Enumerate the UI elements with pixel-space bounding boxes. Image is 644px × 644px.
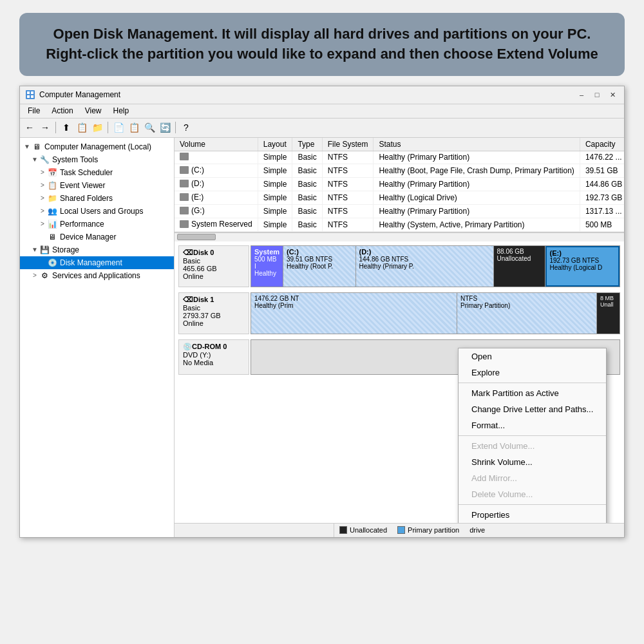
forward-button[interactable]: →: [38, 120, 52, 135]
toolbar-sep-2: [108, 122, 108, 133]
ctx-open[interactable]: Open: [459, 348, 606, 365]
computer-management-window: Computer Management – □ ✕ File Action Vi…: [19, 86, 625, 538]
disk0-unalloc-partition[interactable]: 88.06 GB Unallocated: [494, 246, 545, 287]
disk0-d-partition[interactable]: (D:) 144.86 GB NTFS Healthy (Primary P.: [356, 246, 494, 287]
col-status: Status: [374, 138, 580, 151]
menu-action[interactable]: Action: [46, 105, 78, 117]
root-icon: 🖥: [32, 142, 42, 152]
ctx-extend-volume[interactable]: Extend Volume...: [459, 438, 606, 454]
cdrom0-type: DVD (Y:): [183, 351, 245, 359]
ctx-mark-active[interactable]: Mark Partition as Active: [459, 385, 606, 401]
disk0-type: Basic: [183, 257, 245, 265]
performance-icon: 📊: [47, 219, 57, 229]
disk0-system-size: 500 MB I: [254, 256, 279, 270]
col-layout: Layout: [258, 138, 292, 151]
ctx-explore[interactable]: Explore: [459, 365, 606, 381]
maximize-button[interactable]: □: [591, 88, 603, 101]
menu-file[interactable]: File: [23, 105, 45, 117]
disk0-d-size: 144.86 GB NTFS: [359, 256, 490, 263]
title-bar-left: Computer Management: [25, 90, 120, 100]
horizontal-scrollbar[interactable]: [175, 232, 624, 242]
disk1-p2-partition[interactable]: NTFS Primary Partition): [457, 293, 597, 334]
toolbar: ← → ⬆ 📋 📁 📄 📋 🔍 🔄 ?: [20, 118, 624, 138]
task-scheduler-icon: 📅: [47, 167, 57, 178]
services-icon: ⚙: [39, 270, 50, 281]
menu-view[interactable]: View: [80, 105, 107, 117]
disk1-type: Basic: [183, 304, 245, 312]
table-row[interactable]: (G:)SimpleBasicNTFSHealthy (Primary Part…: [175, 204, 624, 218]
shared-folders-label: Shared Folders: [60, 194, 113, 203]
refresh-button[interactable]: 🔄: [158, 120, 172, 135]
up-button[interactable]: ⬆: [59, 120, 73, 135]
cdrom0-status: No Media: [183, 359, 245, 366]
context-menu: Open Explore Mark Partition as Active Ch…: [458, 348, 607, 523]
toolbar-sep-1: [55, 122, 56, 133]
ctx-change-drive[interactable]: Change Drive Letter and Paths...: [459, 401, 606, 417]
ctx-add-mirror[interactable]: Add Mirror...: [459, 470, 606, 486]
tree-disk-management[interactable]: 💿 Disk Management: [20, 256, 174, 269]
minimize-button[interactable]: –: [575, 88, 588, 101]
help-button[interactable]: ?: [179, 120, 193, 135]
table-row[interactable]: (E:)SimpleBasicNTFSHealthy (Logical Driv…: [175, 191, 624, 204]
tree-root[interactable]: ▼ 🖥 Computer Management (Local): [20, 140, 174, 153]
table-row[interactable]: SimpleBasicNTFSHealthy (Primary Partitio…: [175, 151, 624, 164]
system-tools-icon: 🔧: [39, 155, 50, 165]
legend-primary-box: [397, 526, 405, 534]
tree-system-tools[interactable]: ▼ 🔧 System Tools: [20, 153, 174, 166]
ctx-shrink-volume[interactable]: Shrink Volume...: [459, 454, 606, 470]
back-button[interactable]: ←: [23, 120, 37, 135]
disk1-name: ⌫Disk 1: [183, 296, 245, 304]
tree-services[interactable]: > ⚙ Services and Applications: [20, 269, 174, 282]
disk0-c-size: 39.51 GB NTFS: [287, 256, 352, 263]
tree-storage[interactable]: ▼ 💾 Storage: [20, 243, 174, 256]
tree-local-users[interactable]: > 👥 Local Users and Groups: [20, 205, 174, 218]
tree-shared-folders[interactable]: > 📁 Shared Folders: [20, 192, 174, 205]
ctx-delete-volume[interactable]: Delete Volume...: [459, 486, 606, 502]
task-scheduler-toggle: >: [38, 169, 47, 176]
volume-table-container[interactable]: Volume Layout Type File System Status Ca…: [175, 138, 624, 232]
disk1-size: 2793.37 GB: [183, 312, 245, 319]
ctx-sep-1: [459, 383, 606, 383]
services-toggle: >: [30, 272, 39, 279]
show-hide-button[interactable]: 📋: [75, 120, 89, 135]
disk1-partitions: 1476.22 GB NT Healthy (Prim NTFS Primary…: [251, 292, 620, 334]
legend-primary: Primary partition: [397, 526, 459, 534]
menu-help[interactable]: Help: [108, 105, 135, 117]
disk0-e-partition[interactable]: (E:) 192.73 GB NTFS Healthy (Logical D: [545, 246, 620, 287]
disk-area[interactable]: ⌫Disk 0 Basic 465.66 GB Online System 50…: [175, 242, 624, 523]
disk1-p2-status: Primary Partition): [460, 302, 593, 309]
title-bar-controls: – □ ✕: [575, 88, 619, 101]
tree-event-viewer[interactable]: > 📋 Event Viewer: [20, 179, 174, 192]
folder-button[interactable]: 📁: [90, 120, 104, 135]
device-manager-label: Device Manager: [60, 232, 116, 242]
copy-button[interactable]: 📄: [111, 120, 126, 135]
table-row[interactable]: System ReservedSimpleBasicNTFSHealthy (S…: [175, 218, 624, 231]
status-left: [180, 524, 334, 537]
disk1-label: ⌫Disk 1 Basic 2793.37 GB Online: [178, 292, 249, 334]
status-right: Unallocated Primary partition drive: [334, 526, 619, 534]
paste-button[interactable]: 📋: [127, 120, 141, 135]
storage-icon: 💾: [39, 245, 50, 255]
disk1-p3-partition[interactable]: 8 MB Unall: [597, 293, 620, 334]
disk0-d-status: Healthy (Primary P.: [359, 263, 490, 270]
ctx-format[interactable]: Format...: [459, 417, 606, 433]
cdrom0-name: 💿CD-ROM 0: [183, 343, 245, 351]
close-button[interactable]: ✕: [606, 88, 619, 101]
col-type: Type: [292, 138, 322, 151]
tree-task-scheduler[interactable]: > 📅 Task Scheduler: [20, 166, 174, 179]
disk0-system-partition[interactable]: System 500 MB I Healthy: [251, 246, 283, 287]
properties-button[interactable]: 🔍: [142, 120, 156, 135]
disk-management-icon: 💿: [47, 258, 57, 268]
table-row[interactable]: (C:)SimpleBasicNTFSHealthy (Boot, Page F…: [175, 164, 624, 177]
tree-device-manager[interactable]: 🖥 Device Manager: [20, 231, 174, 243]
disk1-p1-partition[interactable]: 1476.22 GB NT Healthy (Prim: [251, 293, 457, 334]
table-row[interactable]: (D:)SimpleBasicNTFSHealthy (Primary Part…: [175, 177, 624, 191]
legend-drive-label: drive: [469, 526, 485, 534]
disk0-c-partition[interactable]: (C:) 39.51 GB NTFS Healthy (Root P.: [283, 246, 356, 287]
local-users-toggle: >: [38, 207, 47, 214]
disk1-row: ⌫Disk 1 Basic 2793.37 GB Online 1476.22 …: [178, 292, 620, 334]
disk0-row: ⌫Disk 0 Basic 465.66 GB Online System 50…: [178, 245, 620, 287]
ctx-properties[interactable]: Properties: [459, 507, 606, 523]
scroll-thumb[interactable]: [177, 234, 216, 240]
tree-performance[interactable]: > 📊 Performance: [20, 218, 174, 231]
